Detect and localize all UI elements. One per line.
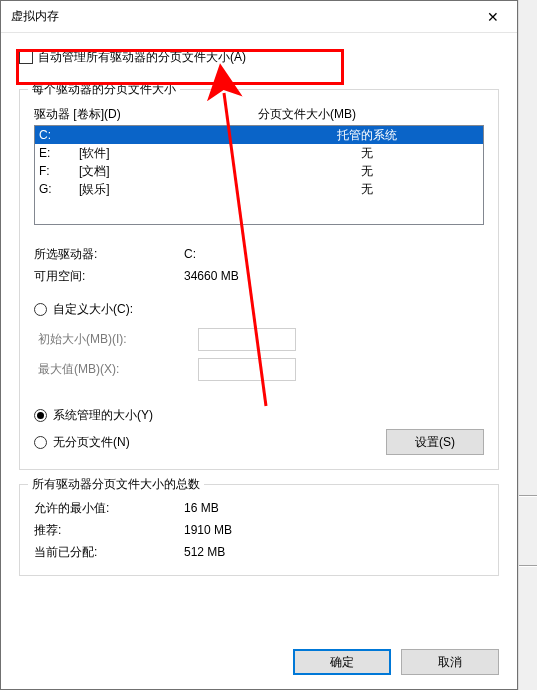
drive-col-drive: 驱动器 [卷标](D) xyxy=(34,106,254,123)
recommended-label: 推荐: xyxy=(34,519,184,541)
drive-letter: C: xyxy=(39,126,79,144)
radio-system-managed[interactable] xyxy=(34,409,47,422)
auto-manage-label: 自动管理所有驱动器的分页文件大小(A) xyxy=(38,49,246,66)
recommended-row: 推荐: 1910 MB xyxy=(34,519,484,541)
min-allowed-value: 16 MB xyxy=(184,497,484,519)
drive-label xyxy=(79,126,255,144)
ok-button[interactable]: 确定 xyxy=(293,649,391,675)
radio-custom-size[interactable] xyxy=(34,303,47,316)
free-space-row: 可用空间: 34660 MB xyxy=(34,265,484,287)
initial-size-row: 初始大小(MB)(I): xyxy=(38,327,484,351)
currently-allocated-label: 当前已分配: xyxy=(34,541,184,563)
recommended-value: 1910 MB xyxy=(184,519,484,541)
radio-system-managed-label: 系统管理的大小(Y) xyxy=(53,403,153,427)
drive-row[interactable]: F:[文档]无 xyxy=(35,162,483,180)
selected-drive-row: 所选驱动器: C: xyxy=(34,243,484,265)
min-allowed-row: 允许的最小值: 16 MB xyxy=(34,497,484,519)
dialog-actions: 确定 取消 xyxy=(1,639,517,689)
radio-custom-size-row[interactable]: 自定义大小(C): xyxy=(34,297,484,321)
close-icon[interactable]: ✕ xyxy=(471,2,515,32)
content-area: 自动管理所有驱动器的分页文件大小(A) 每个驱动器的分页文件大小 驱动器 [卷标… xyxy=(1,33,517,639)
drive-paging-size: 托管的系统 xyxy=(255,126,479,144)
initial-size-label: 初始大小(MB)(I): xyxy=(38,327,198,351)
radio-no-paging-row[interactable]: 无分页文件(N) xyxy=(34,434,386,451)
drive-paging-size: 无 xyxy=(255,162,479,180)
radio-system-managed-row[interactable]: 系统管理的大小(Y) xyxy=(34,403,484,427)
drive-letter: G: xyxy=(39,180,79,198)
totals-group-legend: 所有驱动器分页文件大小的总数 xyxy=(28,476,204,493)
selected-drive-label: 所选驱动器: xyxy=(34,243,184,265)
cancel-button[interactable]: 取消 xyxy=(401,649,499,675)
drive-list[interactable]: C:托管的系统E:[软件]无F:[文档]无G:[娱乐]无 xyxy=(34,125,484,225)
max-size-label: 最大值(MB)(X): xyxy=(38,357,198,381)
virtual-memory-dialog: 虚拟内存 ✕ 自动管理所有驱动器的分页文件大小(A) 每个驱动器的分页文件大小 … xyxy=(0,0,518,690)
selected-drive-value: C: xyxy=(184,243,484,265)
background-strip xyxy=(518,0,537,690)
radio-no-paging[interactable] xyxy=(34,436,47,449)
initial-size-input[interactable] xyxy=(198,328,296,351)
drives-groupbox: 每个驱动器的分页文件大小 驱动器 [卷标](D) 分页文件大小(MB) C:托管… xyxy=(19,89,499,470)
free-space-label: 可用空间: xyxy=(34,265,184,287)
drive-paging-size: 无 xyxy=(255,144,479,162)
drive-row[interactable]: E:[软件]无 xyxy=(35,144,483,162)
currently-allocated-value: 512 MB xyxy=(184,541,484,563)
drive-col-size: 分页文件大小(MB) xyxy=(254,106,484,123)
drive-list-header: 驱动器 [卷标](D) 分页文件大小(MB) xyxy=(34,106,484,123)
drives-group-legend: 每个驱动器的分页文件大小 xyxy=(28,81,180,98)
free-space-value: 34660 MB xyxy=(184,265,484,287)
titlebar: 虚拟内存 ✕ xyxy=(1,1,517,33)
dialog-title: 虚拟内存 xyxy=(11,8,471,25)
totals-groupbox: 所有驱动器分页文件大小的总数 允许的最小值: 16 MB 推荐: 1910 MB… xyxy=(19,484,499,576)
auto-manage-row[interactable]: 自动管理所有驱动器的分页文件大小(A) xyxy=(19,47,499,67)
radio-custom-size-label: 自定义大小(C): xyxy=(53,297,133,321)
radio-no-paging-label: 无分页文件(N) xyxy=(53,434,130,451)
drive-label: [文档] xyxy=(79,162,255,180)
max-size-row: 最大值(MB)(X): xyxy=(38,357,484,381)
min-allowed-label: 允许的最小值: xyxy=(34,497,184,519)
currently-allocated-row: 当前已分配: 512 MB xyxy=(34,541,484,563)
drive-letter: E: xyxy=(39,144,79,162)
drive-row[interactable]: C:托管的系统 xyxy=(35,126,483,144)
drive-letter: F: xyxy=(39,162,79,180)
auto-manage-checkbox[interactable] xyxy=(19,50,33,64)
drive-label: [软件] xyxy=(79,144,255,162)
set-button[interactable]: 设置(S) xyxy=(386,429,484,455)
drive-label: [娱乐] xyxy=(79,180,255,198)
drive-paging-size: 无 xyxy=(255,180,479,198)
max-size-input[interactable] xyxy=(198,358,296,381)
drive-row[interactable]: G:[娱乐]无 xyxy=(35,180,483,198)
